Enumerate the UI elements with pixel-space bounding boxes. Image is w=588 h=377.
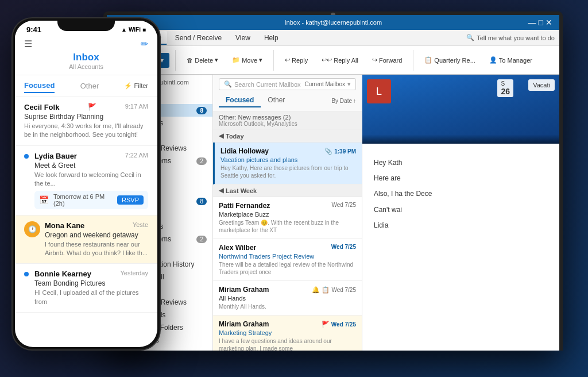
reading-content: Hey Kath Here are Also, I ha the Dece Ca… (362, 148, 559, 245)
phone-email-item[interactable]: Lydia Bauer 7:22 AM Meet & Greet We look… (15, 146, 157, 216)
menu-search: 🔍 Tell me what you want to do (466, 34, 555, 41)
tab-other[interactable]: Other (261, 94, 292, 107)
laptop-screen: 📧 ↩ ▾ Inbox - kathyt@lucernepubintl.com … (107, 15, 559, 351)
reply-button[interactable]: ↩ Reply (280, 53, 313, 67)
phone-tab-focused[interactable]: Focused (24, 79, 55, 93)
email-list-item[interactable]: Miriam Graham 🚩 Wed 7/25 Marketing Strat… (213, 316, 362, 351)
inbox-sub-badge: 8 (196, 198, 207, 205)
phone-time: 9:41 (26, 25, 41, 34)
quarterly-button[interactable]: 📋 Quarterly Re... (419, 53, 481, 67)
deleted-badge: 2 (196, 157, 207, 165)
move-icon: 📁 (232, 56, 240, 64)
sort-direction: ↑ (353, 98, 356, 104)
move-dropdown[interactable]: ▾ (259, 56, 262, 64)
phone-email-time: Yesterday (120, 270, 148, 278)
phone-email-time: 7:22 AM (125, 152, 148, 160)
phone-email-subject: Meet & Greet (34, 161, 148, 170)
lastweek-triangle: ◀ (219, 187, 223, 194)
menu-bar: File Home Send / Receive View Help 🔍 Tel… (107, 30, 559, 46)
reply-all-label: Reply All (334, 57, 358, 64)
phone-flag-icon: 🚩 (88, 103, 96, 111)
mailbox-dropdown[interactable]: ▾ (347, 80, 351, 88)
email-preview: Hey Kathy, Here are those pictures from … (220, 164, 356, 179)
title-bar-text: Inbox - kathyt@lucernepubintl.com (285, 19, 382, 26)
email-preview: There will be a detailed legal review of… (219, 261, 356, 276)
phone-email-list: Cecil Folk 🚩 9:17 AM Suprise Birthday Pl… (15, 97, 157, 313)
phone-email-item[interactable]: 🕐 Mona Kane Yeste Oregon and weekend get… (15, 216, 157, 264)
deleted-sub-badge: 2 (196, 236, 207, 243)
vacation-image: Vacati L S 26 (362, 75, 559, 144)
phone-email-item[interactable]: Cecil Folk 🚩 9:17 AM Suprise Birthday Pl… (15, 97, 157, 146)
menu-view[interactable]: View (230, 32, 256, 44)
phone-email-sender: Mona Kane (45, 221, 84, 230)
email-subject: Marketplace Buzz (219, 211, 356, 218)
email-sender: Lidia Holloway (220, 147, 269, 155)
inbox-badge: 8 (196, 107, 207, 114)
delete-dropdown[interactable]: ▾ (215, 56, 218, 64)
new-email-dropdown[interactable]: ▾ (160, 56, 164, 64)
title-bar: 📧 ↩ ▾ Inbox - kathyt@lucernepubintl.com … (107, 15, 559, 30)
delete-icon: 🗑 (187, 57, 193, 64)
date-group-today: ◀ Today (213, 130, 362, 143)
phone-email-sender: Cecil Folk (24, 103, 59, 111)
email-list-item[interactable]: Miriam Graham 🔔 📋 Wed 7/25 All Hands Mon… (213, 281, 362, 316)
manager-label: To Manager (499, 57, 532, 64)
email-sender: Miriam Graham (219, 320, 269, 328)
menu-help[interactable]: Help (258, 32, 284, 44)
email-time: Wed 7/25 (331, 321, 356, 328)
to-manager-button[interactable]: 👤 To Manager (484, 53, 537, 67)
sort-label[interactable]: By Date ↑ (331, 98, 356, 104)
window-controls[interactable]: — □ ✕ (528, 18, 552, 27)
reading-body: Hey Kath Here are Also, I ha the Dece Ca… (374, 157, 548, 231)
reading-para4: Can't wai (374, 205, 548, 216)
focused-other-tabs: Focused Other By Date ↑ (219, 94, 356, 107)
email-icons: 📎 1:39 PM (324, 147, 356, 155)
phone-email-sender: Bonnie Kearney (34, 270, 91, 278)
email-time: Wed 7/25 (331, 202, 356, 210)
manager-icon: 👤 (489, 56, 497, 64)
email-list-item[interactable]: Alex Wilber Wed 7/25 Northwind Traders P… (213, 239, 362, 281)
reading-para1: Hey Kath (374, 157, 548, 168)
email-list-item[interactable]: Patti Fernandez Wed 7/25 Marketplace Buz… (213, 197, 362, 239)
delete-label: Delete (195, 57, 213, 64)
reply-all-button[interactable]: ↩↩ Reply All (316, 53, 363, 67)
other-banner[interactable]: Other: New messages (2) Microsoft Outloo… (213, 111, 362, 130)
forward-button[interactable]: ↪ Forward (367, 53, 407, 67)
email-preview: Greetings Team 😊. With the recent buzz i… (219, 219, 356, 234)
phone-tab-other[interactable]: Other (80, 79, 99, 93)
email-preview: I have a few questions and ideas around … (219, 337, 356, 351)
email-time: 1:39 PM (334, 148, 356, 155)
phone-filter[interactable]: ⚡ Filter (124, 82, 148, 90)
phone-menu-icon[interactable]: ☰ (24, 39, 32, 49)
search-box[interactable]: 🔍 Search Current Mailbox Current Mailbox… (219, 78, 356, 90)
phone-notch (57, 18, 115, 31)
search-box-placeholder: Search Current Mailbox (234, 81, 301, 88)
main-area: kathyt@lucernepubintl.com ▾ Favorites 📥 … (107, 75, 559, 351)
outlook-app: 📧 ↩ ▾ Inbox - kathyt@lucernepubintl.com … (107, 15, 559, 351)
quarterly-icon: 📋 (424, 56, 432, 64)
email-subject: Vacation pictures and plans (220, 156, 356, 163)
today-triangle: ◀ (219, 132, 223, 140)
move-label: Move (242, 57, 257, 64)
phone-email-time: 9:17 AM (125, 103, 148, 111)
search-tell-me[interactable]: Tell me what you want to do (477, 34, 555, 41)
phone-rsvp-button[interactable]: RSVP (117, 195, 144, 205)
phone-inbox-header: ☰ ✏ Inbox All Accounts (15, 36, 157, 75)
delete-button[interactable]: 🗑 Delete ▾ (181, 53, 223, 67)
move-button[interactable]: 📁 Move ▾ (227, 53, 268, 67)
flag2-icon: 🚩 (322, 321, 330, 328)
email-list-item[interactable]: Lidia Holloway 📎 1:39 PM Vacation pictur… (213, 143, 362, 184)
maximize-icon[interactable]: □ (539, 18, 543, 27)
tab-focused[interactable]: Focused (219, 94, 261, 107)
phone-email-subject: Team Bonding Pictures (34, 279, 148, 287)
phone-email-item[interactable]: Bonnie Kearney Yesterday Team Bonding Pi… (15, 264, 157, 313)
close-icon[interactable]: ✕ (546, 18, 552, 27)
phone-compose-icon[interactable]: ✏ (141, 39, 148, 49)
ribbon: ✉ New Email ▾ 🗑 Delete ▾ 📁 Move ▾ ↩ (107, 46, 559, 75)
phone-email-time: Yeste (133, 221, 148, 230)
month-label: S (501, 80, 510, 87)
date-badge: S 26 (497, 79, 513, 97)
laptop-device: 📧 ↩ ▾ Inbox - kathyt@lucernepubintl.com … (103, 11, 563, 351)
menu-send-receive[interactable]: Send / Receive (169, 32, 227, 44)
minimize-icon[interactable]: — (528, 18, 536, 27)
